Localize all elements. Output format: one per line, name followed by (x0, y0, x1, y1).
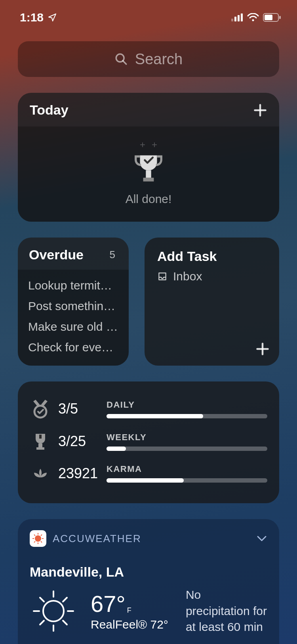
svg-point-20 (35, 535, 41, 542)
svg-point-4 (252, 19, 254, 21)
overdue-item[interactable]: Post something… (28, 296, 118, 316)
overdue-item[interactable]: Lookup termite… (28, 275, 118, 296)
status-time: 1:18 (20, 11, 44, 24)
plus-icon[interactable] (253, 103, 267, 117)
svg-line-35 (63, 621, 67, 625)
daily-value: 3/5 (51, 401, 107, 417)
svg-rect-17 (38, 443, 42, 447)
weather-brand-label: ACCUWEATHER (53, 533, 141, 545)
search-placeholder: Search (135, 51, 183, 68)
overdue-item[interactable]: Check for event… (28, 337, 118, 358)
svg-line-25 (34, 535, 35, 536)
svg-rect-19 (39, 435, 42, 439)
overdue-title: Overdue (29, 247, 84, 263)
search-icon (114, 52, 128, 66)
inbox-label: Inbox (173, 270, 202, 283)
svg-rect-13 (143, 178, 154, 181)
status-bar: 1:18 (0, 0, 297, 28)
sparkle-icons: ++ (140, 140, 157, 150)
weather-location: Mandeville, LA (30, 564, 267, 580)
weekly-label: WEEKLY (107, 432, 267, 443)
today-title: Today (30, 102, 69, 118)
svg-line-28 (34, 541, 35, 542)
overdue-widget[interactable]: Overdue 5 Lookup termite… Post something… (18, 238, 129, 366)
medal-icon (32, 399, 49, 419)
daily-label: DAILY (107, 400, 267, 410)
chevron-down-icon[interactable] (256, 535, 267, 542)
svg-rect-12 (146, 170, 151, 178)
trophy-icon (131, 151, 166, 185)
karma-value: 23921 (51, 465, 107, 482)
plus-icon[interactable] (255, 342, 270, 356)
inbox-icon (157, 271, 168, 282)
svg-line-9 (123, 61, 126, 64)
svg-line-26 (41, 541, 42, 542)
all-done-label: All done! (126, 192, 172, 206)
svg-line-37 (40, 621, 44, 625)
weekly-row: 3/25 WEEKLY (30, 425, 267, 458)
karma-label: KARMA (107, 464, 267, 474)
battery-icon (263, 13, 281, 22)
svg-line-36 (63, 598, 67, 602)
search-bar[interactable]: Search (18, 41, 279, 77)
realfeel-label: RealFeel® 72° (91, 618, 168, 631)
location-icon (48, 13, 57, 22)
cellular-icon (231, 13, 243, 21)
svg-rect-7 (279, 16, 281, 19)
trophy-small-icon (32, 431, 49, 451)
weekly-value: 3/25 (51, 433, 107, 450)
temperature-unit: F (127, 606, 131, 615)
accuweather-logo (30, 530, 46, 547)
daily-row: 3/5 DAILY (30, 393, 267, 425)
svg-rect-3 (241, 13, 243, 21)
lotus-icon (32, 465, 49, 482)
stats-widget[interactable]: 3/5 DAILY 3/25 WEEKLY 23921 KARMA (18, 381, 279, 503)
svg-rect-0 (231, 19, 233, 21)
precip-label: No precipitation for at least 60 min (186, 587, 267, 635)
overdue-item[interactable]: Make sure old e… (28, 316, 118, 337)
add-task-widget[interactable]: Add Task Inbox (145, 238, 279, 366)
sun-icon (30, 587, 77, 635)
svg-rect-2 (238, 15, 240, 21)
svg-rect-18 (36, 447, 44, 450)
karma-bar (107, 478, 267, 483)
svg-line-34 (40, 598, 44, 602)
weather-widget[interactable]: ACCUWEATHER Mandeville, LA 67° F RealFee… (18, 519, 279, 644)
overdue-list: Lookup termite… Post something… Make sur… (18, 270, 129, 366)
wifi-icon (247, 13, 259, 22)
daily-bar (107, 414, 267, 418)
today-widget[interactable]: Today ++ All done! (18, 93, 279, 222)
overdue-count: 5 (110, 249, 115, 261)
add-task-title: Add Task (157, 249, 268, 264)
svg-rect-1 (234, 17, 236, 21)
karma-row: 23921 KARMA (30, 458, 267, 489)
svg-rect-6 (265, 15, 272, 20)
svg-line-27 (41, 535, 42, 536)
svg-point-29 (43, 601, 64, 621)
temperature: 67° (91, 590, 126, 617)
weekly-bar (107, 447, 267, 451)
